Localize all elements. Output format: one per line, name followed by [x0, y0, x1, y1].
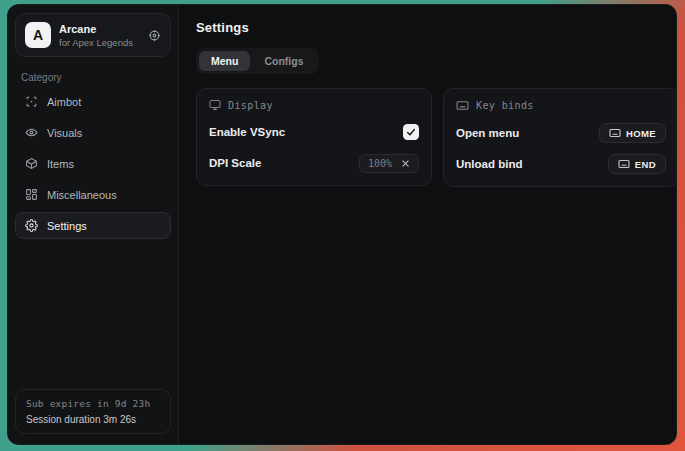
package-icon: [25, 157, 38, 170]
sidebar-item-label: Settings: [47, 220, 87, 232]
sub-expires-text: Sub expires in 9d 23h: [26, 398, 160, 409]
app-subtitle: for Apex Legends: [59, 37, 140, 48]
keyboard-icon: [456, 99, 469, 112]
sidebar-item-visuals[interactable]: Visuals: [15, 119, 171, 146]
subscription-status-panel: Sub expires in 9d 23h Session duration 3…: [15, 389, 171, 434]
check-icon: [406, 127, 416, 137]
app-logo: A: [25, 22, 51, 48]
vsync-label: Enable VSync: [209, 126, 285, 138]
dpi-row: DPI Scale 100%: [209, 153, 419, 173]
open-menu-row: Open menu HOME: [456, 123, 666, 143]
sidebar-item-label: Items: [47, 158, 74, 170]
sidebar-nav: Aimbot Visuals Items: [15, 88, 171, 239]
dpi-label: DPI Scale: [209, 157, 261, 169]
display-card-header: Display: [209, 99, 419, 111]
grid-icon: [25, 188, 38, 201]
sidebar-item-label: Aimbot: [47, 96, 81, 108]
page-title: Settings: [196, 20, 677, 35]
tab-menu[interactable]: Menu: [199, 51, 250, 71]
settings-tabs: Menu Configs: [196, 48, 319, 74]
sidebar-item-items[interactable]: Items: [15, 150, 171, 177]
settings-cards: Display Enable VSync DPI Scale 100%: [196, 88, 677, 187]
clear-x-icon[interactable]: [401, 159, 410, 168]
dpi-value: 100%: [368, 158, 392, 169]
sidebar-item-settings[interactable]: Settings: [15, 212, 171, 239]
app-title: Arcane: [59, 23, 140, 35]
target-icon[interactable]: [148, 29, 161, 42]
display-card-title: Display: [228, 100, 273, 111]
brand-block: Arcane for Apex Legends: [59, 23, 140, 48]
open-menu-key: HOME: [626, 128, 656, 139]
keyboard-icon: [618, 158, 630, 170]
unload-bind-row: Unload bind END: [456, 154, 666, 174]
sidebar-header: A Arcane for Apex Legends: [15, 13, 171, 57]
unload-bind-label: Unload bind: [456, 158, 522, 170]
keyboard-icon: [609, 127, 621, 139]
sidebar-item-label: Miscellaneous: [47, 189, 117, 201]
sidebar-item-miscellaneous[interactable]: Miscellaneous: [15, 181, 171, 208]
vsync-row: Enable VSync: [209, 122, 419, 142]
sidebar-item-aimbot[interactable]: Aimbot: [15, 88, 171, 115]
gear-icon: [25, 219, 38, 232]
keybinds-card-header: Key binds: [456, 99, 666, 112]
sidebar: A Arcane for Apex Legends Category: [8, 5, 179, 444]
session-duration-text: Session duration 3m 26s: [26, 414, 160, 425]
keybinds-card-title: Key binds: [476, 100, 534, 111]
display-card: Display Enable VSync DPI Scale 100%: [196, 88, 432, 186]
unload-bind-key: END: [635, 159, 656, 170]
main-content: Settings Menu Configs Display: [179, 5, 677, 444]
open-menu-label: Open menu: [456, 127, 519, 139]
app-window: A Arcane for Apex Legends Category: [7, 4, 677, 445]
eye-icon: [25, 126, 38, 139]
sidebar-item-label: Visuals: [47, 127, 82, 139]
monitor-icon: [209, 99, 221, 111]
keybinds-card: Key binds Open menu HOME: [443, 88, 677, 187]
tab-configs[interactable]: Configs: [252, 51, 315, 71]
dpi-scale-input[interactable]: 100%: [359, 154, 419, 173]
open-menu-keybind-button[interactable]: HOME: [599, 123, 666, 143]
crosshair-icon: [25, 95, 38, 108]
vsync-checkbox[interactable]: [403, 124, 419, 140]
unload-keybind-button[interactable]: END: [608, 154, 666, 174]
category-label: Category: [21, 72, 165, 83]
